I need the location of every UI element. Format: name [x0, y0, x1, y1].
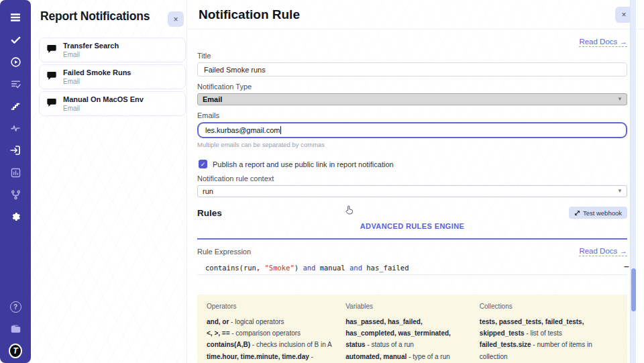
rules-heading: Rules	[197, 208, 222, 218]
notification-type: Email	[63, 51, 119, 58]
code-keyword-token: and	[350, 264, 362, 272]
help-glyph: ?	[10, 301, 21, 313]
scrollbar-track[interactable]	[630, 0, 636, 363]
drawer-body: Read Docs → Title Failed Smoke runs Noti…	[187, 30, 644, 363]
help-entry: contains(A,B) - checks inclusion of B in…	[207, 339, 335, 350]
help-column-variables: Variables has_passed, has_failed, has_co…	[345, 303, 469, 363]
panel-title: Report Notifications	[40, 9, 150, 23]
app-root: ? T Report Notifications × Transfer Sear…	[0, 0, 644, 363]
play-circle-icon[interactable]	[9, 55, 22, 68]
emails-input[interactable]: les.kurbas@gmail.com	[197, 122, 627, 138]
chat-bubble-icon	[46, 97, 57, 111]
check-icon[interactable]	[9, 33, 22, 46]
help-entry: has_passed, has_failed, has_completed, w…	[345, 316, 469, 351]
context-label: Notification rule context	[197, 174, 627, 183]
gear-icon[interactable]	[9, 210, 22, 223]
publish-checkbox-label: Publish a report and use public link in …	[213, 160, 394, 168]
help-column-collections: Collections tests, passed_tests, failed_…	[480, 303, 618, 363]
activity-icon[interactable]	[9, 121, 22, 135]
list-item[interactable]: Failed Smoke Runs Email	[39, 64, 186, 89]
code-string-token: "Smoke"	[265, 264, 294, 272]
branch-icon[interactable]	[9, 188, 22, 201]
expression-help-panel: Operators and, or - logical operators <,…	[197, 295, 627, 363]
chevron-down-icon: ▼	[617, 96, 623, 102]
context-select[interactable]: run ▼	[197, 185, 627, 197]
notification-rule-drawer: Notification Rule × Read Docs → Title Fa…	[186, 0, 644, 363]
notification-type-select[interactable]: Email ▼	[197, 93, 627, 105]
list-item[interactable]: Transfer Search Email	[39, 38, 186, 62]
drawer-title: Notification Rule	[199, 7, 300, 22]
emails-label: Emails	[197, 111, 627, 119]
fold-marker[interactable]: —	[624, 262, 629, 271]
notification-type: Email	[63, 78, 131, 85]
help-entry: <, >, == - comparison operators	[207, 327, 335, 339]
read-docs-link[interactable]: Read Docs →	[579, 38, 627, 47]
code-line[interactable]: contains(run, "Smoke") and manual and ha…	[197, 262, 627, 275]
scrollbar-thumb[interactable]	[631, 268, 636, 311]
drawer-header: Notification Rule ×	[187, 0, 644, 30]
menu-icon[interactable]	[9, 11, 22, 24]
text-caret	[280, 126, 281, 134]
publish-checkbox-row[interactable]: ✓ Publish a report and use public link i…	[199, 160, 627, 168]
bar-chart-icon[interactable]	[9, 166, 22, 179]
notification-type-label: Notification Type	[197, 83, 627, 91]
rules-tabs: ADVANCED RULES ENGINE	[197, 219, 627, 240]
notification-title: Transfer Search	[63, 42, 119, 50]
title-label: Title	[197, 52, 627, 60]
report-notifications-panel: Report Notifications × Transfer Search E…	[31, 0, 186, 363]
logo-letter: T	[9, 344, 22, 358]
help-column-operators: Operators and, or - logical operators <,…	[207, 303, 335, 363]
title-input[interactable]: Failed Smoke runs	[197, 62, 627, 76]
read-docs-link[interactable]: Read Docs →	[579, 247, 627, 256]
list-item[interactable]: Manual On MacOS Env Email	[39, 91, 186, 116]
help-entry: tests, passed_tests, failed_tests, skipp…	[480, 316, 618, 339]
icon-sidebar: ? T	[0, 0, 31, 363]
rule-expression-label: Rule Expression	[197, 248, 251, 256]
docs-folder-icon[interactable]	[9, 322, 22, 335]
publish-checkbox[interactable]: ✓	[199, 160, 207, 168]
test-webhook-label: Test webhook	[583, 209, 622, 217]
rule-expression-editor[interactable]: contains(run, "Smoke") and manual and ha…	[197, 262, 627, 295]
sign-in-icon[interactable]	[9, 144, 22, 157]
tab-advanced-rules-engine[interactable]: ADVANCED RULES ENGINE	[360, 222, 465, 230]
help-column-title: Variables	[345, 303, 469, 310]
help-column-title: Operators	[207, 303, 335, 310]
app-logo[interactable]: T	[9, 344, 22, 358]
notification-list: Transfer Search Email Failed Smoke Runs …	[39, 38, 186, 118]
notification-title: Manual On MacOS Env	[63, 95, 144, 103]
help-entry: and, or - logical operators	[207, 316, 335, 327]
arrows-icon	[574, 210, 580, 216]
context-value: run	[203, 187, 213, 195]
notification-type: Email	[63, 105, 144, 112]
notification-type-value: Email	[203, 95, 222, 103]
panel-close-button[interactable]: ×	[168, 11, 184, 27]
chat-bubble-icon	[46, 44, 57, 57]
help-icon[interactable]: ?	[9, 300, 22, 313]
test-webhook-button[interactable]: Test webhook	[569, 207, 627, 219]
notification-title: Failed Smoke Runs	[63, 68, 131, 76]
rule-expression-row: Rule Expression Read Docs →	[197, 247, 627, 256]
chat-bubble-icon	[46, 70, 57, 84]
emails-hint: Multiple emails can be separated by comm…	[197, 141, 627, 148]
rules-row: Rules Test webhook	[197, 207, 627, 219]
code-keyword-token: and	[303, 264, 315, 272]
sidebar-bottom-group: ? T	[9, 300, 22, 358]
chevron-down-icon: ▼	[617, 188, 623, 194]
steps-icon[interactable]	[9, 99, 22, 113]
help-entry: automated, manual - type of a run	[345, 351, 469, 362]
emails-value: les.kurbas@gmail.com	[205, 126, 280, 134]
list-check-icon[interactable]	[9, 77, 22, 91]
help-entry: time.hour, time.minute, time.day - datet…	[207, 351, 335, 363]
docs-row: Read Docs →	[197, 35, 627, 46]
help-entry: failed_tests.size - number of items in c…	[480, 339, 618, 362]
help-column-title: Collections	[480, 303, 618, 310]
